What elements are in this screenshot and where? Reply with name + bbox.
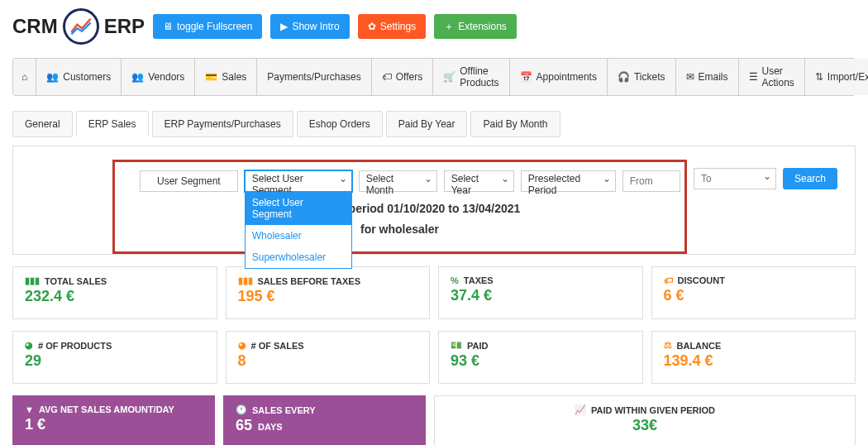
cards-row-2: ◕# OF PRODUCTS 29 ◕# OF SALES 8 💵PAID 93… [12,331,856,384]
plus-icon: ＋ [444,20,454,34]
topbar: CRM ERP 🖥 toggle Fullscreen ▶ Show Intro… [0,0,868,53]
nav-importexport[interactable]: ⇅Import/Export [805,59,868,95]
logo-icon [63,8,99,45]
cards-row-3: ▼AVG NET SALES AMOUNT/day 1 € 🕐SALES EVE… [12,395,856,445]
nav-offers[interactable]: 🏷Offers [372,59,433,95]
card-total-sales: ▮▮▮TOTAL SALES 232.4 € [12,266,217,319]
cart-icon: 🛒 [443,71,455,83]
tag-icon: 🏷 [664,275,673,285]
segment-dropdown: Select User Segment Wholesaler Superwhol… [245,192,352,269]
discount-value: 6 € [664,287,844,304]
tab-eshop-orders[interactable]: Eshop Orders [297,111,383,137]
nav-vendors-label: Vendors [148,71,184,83]
analysis-heading: Analysis for period 01/10/2020 to 13/04/… [115,199,684,240]
month-select[interactable]: Select Month [359,170,437,192]
paid-within-label: PAID WITHIN GIVEN PERIOD [591,405,715,415]
highlight-box: User Segment Select User Segment Select … [112,160,687,254]
list-icon: ☰ [749,71,758,83]
calendar-icon: 📅 [520,71,532,83]
segment-label: User Segment [140,170,238,192]
nav-tickets-label: Tickets [634,71,665,83]
n-sales-label: # OF SALES [251,341,304,351]
main-nav: ⌂ 👥Customers 👥Vendors 💳Sales Payments/Pu… [12,58,856,96]
from-input[interactable] [622,170,680,192]
segment-option-default[interactable]: Select User Segment [246,192,351,225]
bar-icon: ▮▮▮ [238,275,253,286]
nav-emails-label: Emails [699,71,728,83]
money-icon: 💵 [451,340,462,351]
tab-erp-payments[interactable]: ERP Payments/Purchases [152,111,293,137]
settings-label: Settings [380,21,416,32]
show-intro-label: Show Intro [292,21,339,32]
segment-select[interactable]: Select User Segment [245,170,352,192]
show-intro-button[interactable]: ▶ Show Intro [270,14,349,39]
analysis-line1: Analysis for period 01/10/2020 to 13/04/… [115,199,684,219]
paid-label: PAID [467,341,488,351]
cards-row-1: ▮▮▮TOTAL SALES 232.4 € ▮▮▮SALES before T… [12,266,856,319]
sales-every-value: 65 DAYS [236,417,413,434]
card-n-products: ◕# OF PRODUCTS 29 [12,331,217,384]
tab-paid-by-month[interactable]: Paid By Month [470,111,560,137]
segment-select-wrap[interactable]: Select User Segment Select User Segment … [245,170,352,192]
toggle-fullscreen-label: toggle Fullscreen [177,21,252,32]
nav-useractions-label: User Actions [762,65,794,89]
scale-icon: ⚖ [664,340,672,351]
before-tax-label: SALES before Taxes [258,276,360,286]
nav-useractions[interactable]: ☰User Actions [739,59,805,95]
card-sales-every: 🕐SALES EVERY 65 DAYS [223,395,426,445]
sales-every-label: SALES EVERY [252,405,316,415]
logo-text-left: CRM [12,15,58,38]
taxes-label: TAXES [464,275,494,285]
nav-customers[interactable]: 👥Customers [36,59,122,95]
tag-icon: 🏷 [382,71,392,83]
segment-option-wholesaler[interactable]: Wholesaler [246,225,351,246]
balance-value: 139.4 € [664,352,844,370]
card-discount: 🏷DISCOUNT 6 € [651,266,856,319]
card-icon: 💳 [205,71,217,83]
mail-icon: ✉ [686,71,694,83]
nav-tickets[interactable]: 🎧Tickets [608,59,676,95]
before-tax-value: 195 € [238,288,418,305]
card-sales-before-taxes: ▮▮▮SALES before Taxes 195 € [226,266,431,319]
search-button[interactable]: Search [783,168,837,189]
users-icon: 👥 [46,71,59,83]
to-input[interactable] [694,168,776,189]
nav-sales[interactable]: 💳Sales [195,59,257,95]
n-products-value: 29 [25,352,205,370]
extensions-button[interactable]: ＋ Extensions [434,14,517,39]
card-balance: ⚖BALANCE 139.4 € [651,331,856,384]
segment-option-superwholesaler[interactable]: Superwholesaler [246,246,351,268]
total-sales-label: TOTAL SALES [45,276,107,286]
sub-nav: General ERP Sales ERP Payments/Purchases… [12,111,856,137]
monitor-icon: 🖥 [163,21,173,32]
upload-icon: ⇅ [815,71,823,83]
bar-icon: ▮▮▮ [25,275,40,286]
period-select[interactable]: Preselected Period [521,170,616,192]
clock-icon: 🕐 [236,404,247,415]
pie-icon: ◕ [238,340,246,351]
n-sales-value: 8 [238,352,418,370]
nav-home[interactable]: ⌂ [13,59,36,95]
nav-payments-label: Payments/Purchases [267,71,360,83]
nav-appointments[interactable]: 📅Appointments [510,59,608,95]
tab-general[interactable]: General [12,111,73,137]
nav-vendors[interactable]: 👥Vendors [122,59,195,95]
gear-icon: ✿ [368,21,376,32]
discount-label: DISCOUNT [678,275,725,285]
card-paid-within: 📈PAID WITHIN GIVEN PERIOD 33€ [434,395,856,445]
nav-emails[interactable]: ✉Emails [676,59,739,95]
chart-up-icon: 📈 [575,404,586,415]
tab-paid-by-year[interactable]: Paid By Year [386,111,468,137]
year-select[interactable]: Select Year [444,170,514,192]
n-products-label: # OF PRODUCTS [38,341,112,351]
funnel-icon: ▼ [25,404,34,414]
settings-button[interactable]: ✿ Settings [358,14,426,39]
paid-value: 93 € [451,352,631,370]
total-sales-value: 232.4 € [25,288,205,305]
nav-offline[interactable]: 🛒Offline Products [433,59,509,95]
nav-payments[interactable]: Payments/Purchases [257,59,371,95]
toggle-fullscreen-button[interactable]: 🖥 toggle Fullscreen [153,14,262,39]
tab-erp-sales[interactable]: ERP Sales [76,111,149,137]
filter-panel: User Segment Select User Segment Select … [12,146,856,255]
avg-net-value: 1 € [25,416,203,433]
